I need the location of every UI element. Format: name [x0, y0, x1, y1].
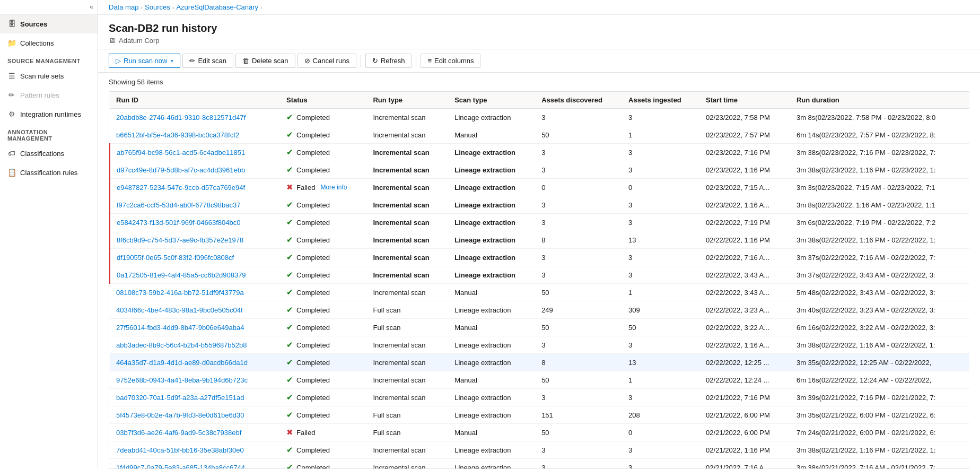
- cell-run-id[interactable]: 5f4573e8-0b2e-4a7b-9fd3-8e0d61be6d30: [110, 406, 280, 424]
- run-id-link[interactable]: b66512bf-bf5e-4a36-9398-bc0ca378fcf2: [116, 131, 239, 139]
- table-row[interactable]: ab765f94-bc98-56c1-acd5-6c4adbe11851✔Com…: [110, 144, 969, 161]
- breadcrumb-sep-1: ›: [141, 4, 143, 11]
- run-id-link[interactable]: 08108c73-59b2-416a-bb72-51df9f43779a: [116, 289, 244, 297]
- cell-run-id[interactable]: ab765f94-bc98-56c1-acd5-6c4adbe11851: [110, 144, 280, 161]
- table-row[interactable]: 20abdb8e-2746-46d1-9310-8c812571d47f✔Com…: [110, 109, 969, 126]
- cell-run-id[interactable]: abb3adec-8b9c-56c4-b2b4-b559687b52b8: [110, 336, 280, 354]
- run-id-link[interactable]: d97cc49e-8d79-5d8b-af7c-ac4dd3961ebb: [117, 166, 245, 174]
- status-ok-icon: ✔: [286, 235, 293, 245]
- run-id-link[interactable]: 7deabd41-40ca-51bf-bb16-35e38abf30e0: [116, 446, 244, 454]
- run-id-link[interactable]: f97c2ca6-ccf5-53d4-ab0f-6778c98bac37: [117, 201, 240, 209]
- run-id-link[interactable]: e9487827-5234-547c-9ccb-d57ca769e94f: [117, 184, 245, 192]
- cell-start-time: 02/23/2022, 7:15 A...: [699, 179, 790, 196]
- run-id-link[interactable]: 03b7f3d6-ae26-4af6-9ad9-5c38c7938ebf: [116, 429, 241, 437]
- table-row[interactable]: e9487827-5234-547c-9ccb-d57ca769e94f✖Fai…: [110, 179, 969, 196]
- delete-scan-button[interactable]: 🗑 Delete scan: [235, 54, 295, 68]
- cell-run-id[interactable]: d97cc49e-8d79-5d8b-af7c-ac4dd3961ebb: [110, 161, 280, 179]
- run-id-link[interactable]: 27f56014-fbd3-4dd9-8b47-9b06e649aba4: [116, 324, 244, 332]
- edit-columns-button[interactable]: ≡ Edit columns: [421, 54, 480, 68]
- cell-run-id[interactable]: 08108c73-59b2-416a-bb72-51df9f43779a: [110, 284, 280, 301]
- cell-run-id[interactable]: 03b7f3d6-ae26-4af6-9ad9-5c38c7938ebf: [110, 424, 280, 441]
- breadcrumb-datamap[interactable]: Data map: [109, 3, 138, 11]
- table-row[interactable]: 0a172505-81e9-4af4-85a5-cc6b2d908379✔Com…: [110, 266, 969, 284]
- sidebar-item-classification-rules[interactable]: 📋 Classification rules: [0, 163, 98, 182]
- classification-rules-icon: 📋: [7, 168, 16, 177]
- cell-run-id[interactable]: e9487827-5234-547c-9ccb-d57ca769e94f: [110, 179, 280, 196]
- run-id-link[interactable]: 20abdb8e-2746-46d1-9310-8c812571d47f: [116, 114, 246, 121]
- cell-run-id[interactable]: 8f6cb9d9-c754-5d37-ae9c-fb357e2e1978: [110, 231, 280, 249]
- cell-run-id[interactable]: 27f56014-fbd3-4dd9-8b47-9b06e649aba4: [110, 319, 280, 336]
- refresh-button[interactable]: ↻ Refresh: [365, 54, 412, 68]
- run-id-link[interactable]: 4034f66c-4be4-483c-98a1-9bc0e505c04f: [116, 306, 243, 314]
- cell-assets-ingested: 3: [622, 196, 699, 214]
- table-container[interactable]: Run ID Status Run type Scan type Assets …: [109, 91, 969, 469]
- table-row[interactable]: 464a35d7-d1a9-4d1d-ae89-d0acdb66da1d✔Com…: [110, 354, 969, 371]
- cell-start-time: 02/22/2022, 7:19 PM: [699, 214, 790, 231]
- cell-run-type: Incremental scan: [366, 284, 448, 301]
- run-id-link[interactable]: 8f6cb9d9-c754-5d37-ae9c-fb357e2e1978: [117, 236, 243, 244]
- table-row[interactable]: 5f4573e8-0b2e-4a7b-9fd3-8e0d61be6d30✔Com…: [110, 406, 969, 424]
- cancel-runs-button[interactable]: ⊘ Cancel runs: [298, 54, 356, 68]
- cell-run-id[interactable]: 464a35d7-d1a9-4d1d-ae89-d0acdb66da1d: [110, 354, 280, 371]
- table-row[interactable]: 7deabd41-40ca-51bf-bb16-35e38abf30e0✔Com…: [110, 441, 969, 459]
- cell-run-id[interactable]: b66512bf-bf5e-4a36-9398-bc0ca378fcf2: [110, 126, 280, 144]
- cell-run-id[interactable]: 20abdb8e-2746-46d1-9310-8c812571d47f: [110, 109, 280, 126]
- table-row[interactable]: 03b7f3d6-ae26-4af6-9ad9-5c38c7938ebf✖Fai…: [110, 424, 969, 441]
- table-row[interactable]: d97cc49e-8d79-5d8b-af7c-ac4dd3961ebb✔Com…: [110, 161, 969, 179]
- run-id-link[interactable]: 9752e68b-0943-4a41-8eba-9b194d6b723c: [116, 376, 248, 384]
- run-id-link[interactable]: bad70320-70a1-5d9f-a23a-a27df5e151ad: [116, 394, 244, 402]
- cell-start-time: 02/23/2022, 1:16 PM: [699, 161, 790, 179]
- cell-assets-discovered: 3: [535, 459, 622, 470]
- sidebar-item-classifications[interactable]: 🏷 Classifications: [0, 144, 98, 163]
- cell-assets-discovered: 3: [535, 161, 622, 179]
- cell-run-id[interactable]: 0a172505-81e9-4af4-85a5-cc6b2d908379: [110, 266, 280, 284]
- cell-assets-discovered: 3: [535, 214, 622, 231]
- run-id-link[interactable]: df19055f-0e65-5c0f-83f2-f096fc0808cf: [117, 254, 234, 262]
- cell-run-id[interactable]: 9752e68b-0943-4a41-8eba-9b194d6b723c: [110, 371, 280, 389]
- breadcrumb-sep-3: ›: [260, 4, 262, 11]
- sidebar-item-pattern-rules[interactable]: ✏ Pattern rules: [0, 85, 98, 105]
- run-id-link[interactable]: ab765f94-bc98-56c1-acd5-6c4adbe11851: [117, 149, 245, 157]
- table-row[interactable]: bad70320-70a1-5d9f-a23a-a27df5e151ad✔Com…: [110, 389, 969, 406]
- run-id-link[interactable]: 0a172505-81e9-4af4-85a5-cc6b2d908379: [117, 271, 246, 279]
- cell-run-duration: 6m 16s(02/22/2022, 3:22 AM - 02/22/2022,…: [790, 319, 969, 336]
- run-scan-icon: ▷: [116, 57, 121, 65]
- table-row[interactable]: abb3adec-8b9c-56c4-b2b4-b559687b52b8✔Com…: [110, 336, 969, 354]
- edit-scan-button[interactable]: ✏ Edit scan: [182, 54, 233, 68]
- breadcrumb-sources[interactable]: Sources: [145, 3, 170, 11]
- sidebar-item-collections[interactable]: 📁 Collections: [0, 33, 98, 53]
- table-row[interactable]: 27f56014-fbd3-4dd9-8b47-9b06e649aba4✔Com…: [110, 319, 969, 336]
- run-id-link[interactable]: 5f4573e8-0b2e-4a7b-9fd3-8e0d61be6d30: [116, 411, 244, 419]
- page-title: Scan-DB2 run history: [109, 22, 969, 34]
- table-row[interactable]: 4034f66c-4be4-483c-98a1-9bc0e505c04f✔Com…: [110, 301, 969, 319]
- table-row[interactable]: 08108c73-59b2-416a-bb72-51df9f43779a✔Com…: [110, 284, 969, 301]
- sidebar-item-sources[interactable]: 🗄 Sources: [0, 14, 98, 33]
- sidebar-item-integration-runtimes[interactable]: ⚙ Integration runtimes: [0, 105, 98, 124]
- run-id-link[interactable]: 1f4d99c7-0a79-5e83-a685-134ba8cc6744: [116, 464, 245, 470]
- cell-run-id[interactable]: 4034f66c-4be4-483c-98a1-9bc0e505c04f: [110, 301, 280, 319]
- run-id-link[interactable]: abb3adec-8b9c-56c4-b2b4-b559687b52b8: [116, 341, 247, 349]
- cell-status: ✔Completed: [280, 406, 366, 424]
- table-row[interactable]: 9752e68b-0943-4a41-8eba-9b194d6b723c✔Com…: [110, 371, 969, 389]
- sidebar-collapse-button[interactable]: «: [0, 0, 98, 14]
- cell-run-id[interactable]: 1f4d99c7-0a79-5e83-a685-134ba8cc6744: [110, 459, 280, 470]
- run-id-link[interactable]: e5842473-f13d-501f-969f-04663f804bc0: [117, 219, 240, 227]
- cell-run-id[interactable]: 7deabd41-40ca-51bf-bb16-35e38abf30e0: [110, 441, 280, 459]
- cell-run-id[interactable]: bad70320-70a1-5d9f-a23a-a27df5e151ad: [110, 389, 280, 406]
- run-id-link[interactable]: 464a35d7-d1a9-4d1d-ae89-d0acdb66da1d: [116, 359, 248, 367]
- cell-assets-ingested: 208: [622, 406, 699, 424]
- table-row[interactable]: 1f4d99c7-0a79-5e83-a685-134ba8cc6744✔Com…: [110, 459, 969, 470]
- breadcrumb-database[interactable]: AzureSqlDatabase-Canary: [176, 3, 258, 11]
- cell-run-id[interactable]: e5842473-f13d-501f-969f-04663f804bc0: [110, 214, 280, 231]
- table-row[interactable]: b66512bf-bf5e-4a36-9398-bc0ca378fcf2✔Com…: [110, 126, 969, 144]
- cell-run-id[interactable]: df19055f-0e65-5c0f-83f2-f096fc0808cf: [110, 249, 280, 266]
- sidebar-item-scan-rule-sets[interactable]: ☰ Scan rule sets: [0, 66, 98, 85]
- table-row[interactable]: f97c2ca6-ccf5-53d4-ab0f-6778c98bac37✔Com…: [110, 196, 969, 214]
- table-row[interactable]: e5842473-f13d-501f-969f-04663f804bc0✔Com…: [110, 214, 969, 231]
- more-info-link[interactable]: More info: [320, 184, 347, 191]
- table-row[interactable]: df19055f-0e65-5c0f-83f2-f096fc0808cf✔Com…: [110, 249, 969, 266]
- status-ok-icon: ✔: [286, 218, 293, 227]
- run-scan-button[interactable]: ▷ Run scan now ▾: [109, 54, 180, 68]
- cell-run-id[interactable]: f97c2ca6-ccf5-53d4-ab0f-6778c98bac37: [110, 196, 280, 214]
- table-row[interactable]: 8f6cb9d9-c754-5d37-ae9c-fb357e2e1978✔Com…: [110, 231, 969, 249]
